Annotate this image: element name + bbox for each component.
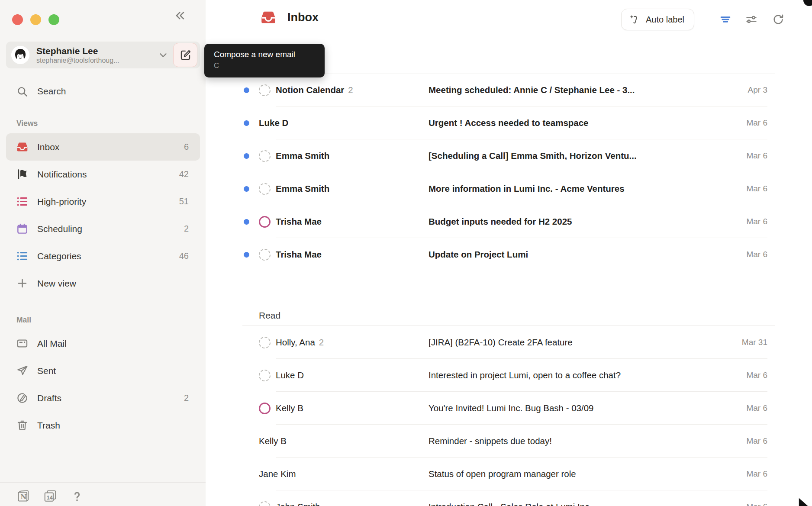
drafts-icon: [16, 392, 28, 404]
sidebar-item-categories[interactable]: Categories46: [6, 242, 200, 270]
email-date: Apr 3: [748, 85, 767, 95]
sidebar-item-notifications[interactable]: Notifications42: [6, 161, 200, 188]
avatar-circle: [259, 501, 271, 506]
sidebar-item-all-mail[interactable]: All Mail: [6, 330, 200, 357]
sidebar-item-scheduling[interactable]: Scheduling2: [6, 215, 200, 242]
thread-count: 2: [319, 337, 324, 347]
section-label-views: Views: [6, 118, 200, 129]
mail-row[interactable]: Notion Calendar2Meeting scheduled: Annie…: [242, 74, 775, 106]
email-subject: Introduction Call - Sales Role at Lumi I…: [429, 502, 723, 506]
unread-dot-icon: [242, 87, 259, 93]
mail-row[interactable]: Trisha MaeBudget inputs needed for H2 20…: [242, 205, 775, 238]
email-date: Mar 6: [746, 217, 767, 226]
mail-row[interactable]: Kelly BYou're Invited! Lumi Inc. Bug Bas…: [242, 392, 775, 425]
tooltip-title: Compose a new email: [214, 49, 315, 60]
read-section-header: Read: [242, 305, 775, 326]
email-date: Mar 31: [742, 338, 767, 347]
item-count: 2: [184, 393, 189, 403]
sender-name: Jane Kim: [259, 469, 296, 479]
sidebar-item-search[interactable]: Search: [6, 81, 200, 102]
item-count: 6: [184, 142, 189, 152]
sender-name: Trisha Mae: [276, 216, 322, 227]
mail-row[interactable]: Holly, Ana2[JIRA] (B2FA-10) Create 2FA f…: [242, 326, 775, 359]
trash-icon: [16, 419, 28, 431]
email-date: Mar 6: [746, 436, 767, 446]
email-date: Mar 6: [746, 502, 767, 506]
search-label: Search: [37, 86, 66, 97]
sender-name: John Smith: [276, 502, 320, 506]
sent-icon: [16, 365, 28, 377]
help-icon[interactable]: [70, 489, 84, 503]
email-subject: You're Invited! Lumi Inc. Bug Bash - 03/…: [429, 403, 723, 413]
sidebar-item-label: All Mail: [37, 338, 67, 349]
sidebar-item-new-view[interactable]: New view: [6, 270, 200, 297]
email-subject: Urgent ! Access needed to teamspace: [429, 118, 723, 128]
sender-name: Kelly B: [259, 436, 287, 446]
item-count: 42: [179, 169, 189, 179]
sidebar-item-high-priority[interactable]: High-priority51: [6, 188, 200, 215]
email-subject: Budget inputs needed for H2 2025: [429, 216, 723, 227]
sidebar-item-trash[interactable]: Trash: [6, 412, 200, 439]
all-mail-icon: [16, 338, 28, 349]
mail-row[interactable]: Trisha MaeUpdate on Project LumiMar 6: [242, 238, 775, 271]
account-switcher[interactable]: Stephanie Lee stephanie@toolsforthoug...: [6, 42, 200, 68]
sidebar-item-label: Notifications: [37, 169, 87, 180]
email-subject: Status of open program manager role: [429, 469, 723, 479]
mail-row[interactable]: John SmithIntroduction Call - Sales Role…: [242, 490, 775, 506]
mail-row[interactable]: Luke DInterested in project Lumi, open t…: [242, 359, 775, 392]
sidebar-item-inbox[interactable]: Inbox6: [6, 133, 200, 161]
email-date: Mar 6: [746, 118, 767, 128]
chevrons-left-icon: [173, 9, 187, 23]
sidebar-item-sent[interactable]: Sent: [6, 357, 200, 384]
sender-name: Holly, Ana2: [276, 337, 324, 348]
email-subject: Reminder - snippets due today!: [429, 436, 723, 446]
mail-row[interactable]: Emma Smith[Scheduling a Call] Emma Smith…: [242, 139, 775, 172]
close-window-button[interactable]: [12, 14, 23, 25]
read-section-label: Read: [259, 310, 280, 321]
sidebar-item-drafts[interactable]: Drafts2: [6, 384, 200, 412]
notion-calendar-icon[interactable]: 14: [43, 489, 57, 503]
unread-dot-icon: [242, 186, 259, 192]
sidebar-item-label: Inbox: [37, 142, 59, 152]
mail-row[interactable]: Jane KimStatus of open program manager r…: [242, 458, 775, 490]
sender-name: Kelly B: [276, 403, 303, 413]
sidebar-item-label: New view: [37, 278, 76, 289]
avatar-circle: [259, 370, 271, 381]
sidebar-item-label: Trash: [37, 420, 60, 431]
email-date: Mar 6: [746, 403, 767, 413]
mouse-cursor: [797, 496, 812, 506]
notion-app-icon[interactable]: N: [16, 489, 30, 503]
compose-icon: [180, 49, 191, 61]
item-count: 46: [179, 251, 189, 261]
profile-email: stephanie@toolsforthoug...: [36, 57, 158, 64]
email-subject: More information in Lumi Inc. - Acme Ven…: [429, 184, 723, 194]
sidebar-item-label: High-priority: [37, 197, 86, 207]
minimize-window-button[interactable]: [30, 14, 41, 25]
email-date: Mar 6: [746, 250, 767, 259]
mail-row[interactable]: Emma SmithMore information in Lumi Inc. …: [242, 172, 775, 205]
item-count: 51: [179, 197, 189, 206]
sidebar-sections: ViewsInbox6Notifications42High-priority5…: [6, 118, 200, 439]
zoom-window-button[interactable]: [48, 14, 59, 25]
email-date: Mar 6: [746, 469, 767, 479]
svg-text:14: 14: [47, 495, 53, 501]
email-date: Mar 6: [746, 184, 767, 193]
avatar-circle: [259, 403, 271, 414]
collapse-sidebar-button[interactable]: [173, 9, 190, 26]
email-subject: Meeting scheduled: Annie C / Stephanie L…: [429, 85, 723, 95]
email-subject: Interested in project Lumi, open to a co…: [429, 370, 723, 380]
notifications-icon: [16, 168, 28, 180]
compose-button[interactable]: [173, 43, 197, 67]
avatar-circle: [259, 337, 271, 348]
sender-name: Luke D: [259, 118, 288, 128]
thread-count: 2: [348, 85, 353, 95]
sidebar-item-label: Sent: [37, 366, 56, 376]
avatar-circle: [259, 150, 271, 162]
mail-row[interactable]: Luke DUrgent ! Access needed to teamspac…: [242, 106, 775, 139]
high-priority-icon: [16, 196, 28, 207]
sender-name: Notion Calendar2: [276, 85, 353, 95]
chevron-down-icon[interactable]: [158, 49, 169, 61]
mail-row[interactable]: Kelly BReminder - snippets due today!Mar…: [242, 425, 775, 458]
categories-icon: [16, 250, 28, 262]
email-subject: [JIRA] (B2FA-10) Create 2FA feature: [429, 337, 723, 348]
